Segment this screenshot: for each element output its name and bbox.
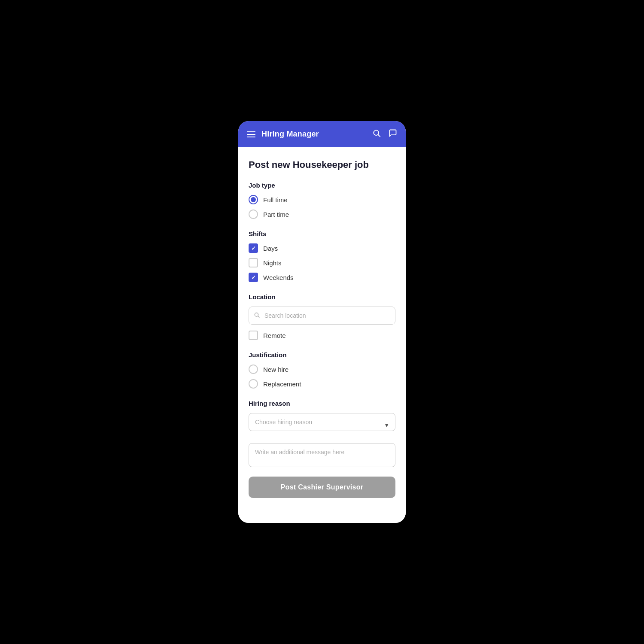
checkbox-nights-indicator [249,258,258,267]
menu-icon[interactable] [247,131,255,137]
job-type-label: Job type [249,182,395,189]
radio-new-hire-label: New hire [263,366,289,373]
checkbox-weekends-indicator [249,273,258,282]
location-search-input[interactable] [249,307,395,325]
checkbox-nights[interactable]: Nights [249,258,395,267]
job-type-section: Job type Full time Part time [249,182,395,219]
radio-part-time-indicator [249,210,258,219]
radio-new-hire[interactable]: New hire [249,365,395,374]
radio-new-hire-indicator [249,365,258,374]
hiring-reason-section: Hiring reason Choose hiring reason ▼ Pos… [249,400,395,498]
location-label: Location [249,293,395,301]
top-bar-left: Hiring Manager [247,130,319,139]
post-job-button[interactable]: Post Cashier Supervisor [249,477,395,498]
checkbox-weekends[interactable]: Weekends [249,273,395,282]
additional-message-textarea[interactable] [249,443,395,467]
radio-replacement-indicator [249,379,258,389]
app-title: Hiring Manager [261,130,319,139]
radio-part-time-label: Part time [263,211,289,218]
content-area: Post new Housekeeper job Job type Full t… [238,147,406,523]
hiring-reason-label: Hiring reason [249,400,395,407]
shifts-label: Shifts [249,230,395,237]
location-search-icon [254,312,260,319]
radio-replacement[interactable]: Replacement [249,379,395,389]
justification-section: Justification New hire Replacement [249,351,395,389]
checkbox-weekends-label: Weekends [263,274,294,281]
checkbox-remote-indicator [249,331,258,340]
radio-full-time-indicator [249,195,258,204]
radio-full-time[interactable]: Full time [249,195,395,204]
radio-full-time-label: Full time [263,196,288,204]
hiring-reason-dropdown[interactable]: Choose hiring reason [249,413,395,431]
page-title: Post new Housekeeper job [249,159,395,170]
top-bar: Hiring Manager [238,121,406,147]
shifts-section: Shifts Days Nights Weekends [249,230,395,282]
svg-line-3 [258,316,259,317]
chat-icon[interactable] [389,129,397,140]
location-section: Location Remote [249,293,395,340]
checkbox-days[interactable]: Days [249,243,395,253]
justification-label: Justification [249,351,395,358]
phone-container: Hiring Manager Post new Housekeeper job … [238,121,406,523]
radio-part-time[interactable]: Part time [249,210,395,219]
location-search-wrapper [249,307,395,325]
checkbox-days-label: Days [263,245,278,252]
hiring-reason-select-wrapper: Choose hiring reason ▼ [249,413,395,437]
svg-line-1 [378,135,380,137]
checkbox-days-indicator [249,243,258,253]
search-icon[interactable] [372,129,381,140]
checkbox-nights-label: Nights [263,259,282,267]
checkbox-remote-label: Remote [263,332,286,339]
radio-replacement-label: Replacement [263,380,301,388]
checkbox-remote[interactable]: Remote [249,331,395,340]
top-bar-icons [372,129,397,140]
